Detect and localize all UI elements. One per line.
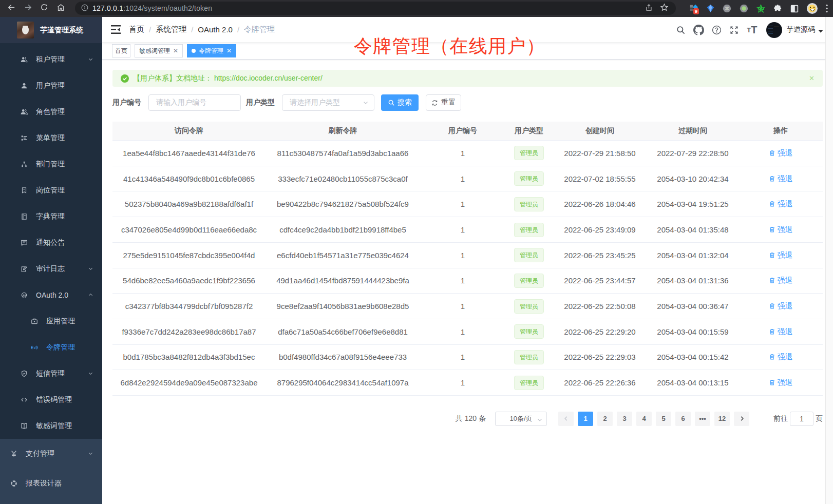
svg-text:⌘: ⌘	[725, 6, 729, 11]
